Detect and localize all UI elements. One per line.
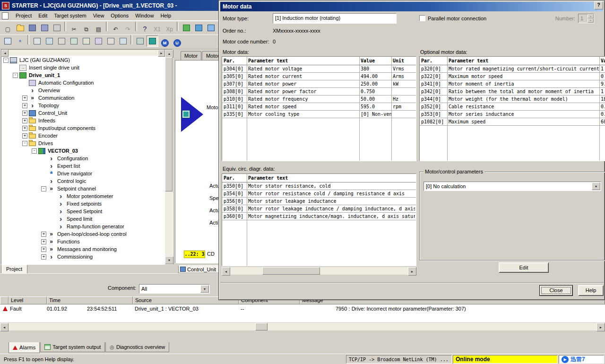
control-logic-icon[interactable]: [56, 35, 68, 47]
param-row[interactable]: p342[0]Ratio between the total and motor…: [420, 88, 605, 95]
param-row[interactable]: p335[0]Motor cooling type[0] Non-ven: [222, 111, 416, 118]
tree-horizontal-scrollbar[interactable]: ◄ ►: [1, 50, 165, 56]
tab-control-unit[interactable]: Control_Unit: [178, 265, 221, 273]
alarms-horizontal-scrollbar[interactable]: ◄ ►: [0, 323, 605, 330]
snapshot-icon[interactable]: [117, 35, 129, 47]
tree-item[interactable]: Expert list: [1, 162, 165, 170]
param-row[interactable]: p350[0]Motor stator resistance, cold: [222, 182, 416, 190]
tree-item[interactable]: +Functions: [1, 238, 165, 245]
drive-optimization-icon[interactable]: U: [171, 37, 183, 49]
tree-item[interactable]: -Setpoint channel: [1, 185, 165, 192]
alarm-column-header-time[interactable]: Time: [47, 296, 133, 304]
tree-item[interactable]: Automatic Configuration: [1, 79, 165, 87]
scroll-right-icon[interactable]: ►: [596, 323, 605, 331]
expert-list-icon[interactable]: [2, 35, 14, 47]
context-help-icon[interactable]: ?: [139, 23, 151, 35]
menu-item-view[interactable]: View: [90, 13, 108, 18]
scroll-right-icon[interactable]: ►: [408, 267, 416, 276]
param-row[interactable]: p320[0]Motor rated magnetizing current/s…: [420, 65, 605, 73]
param-row[interactable]: p310[0]Rated motor frequency50.00Hz: [222, 95, 416, 103]
tree-item[interactable]: Configuration: [1, 155, 165, 162]
tree-item[interactable]: +Control_Unit: [1, 109, 165, 117]
tab-alarms[interactable]: Alarms: [9, 342, 40, 353]
tree-expand-plus-icon[interactable]: +: [41, 254, 46, 260]
tree-expand-minus-icon[interactable]: -: [32, 148, 37, 154]
equiv-circuit-table[interactable]: Par.Parameter textp350[0]Motor stator re…: [222, 173, 416, 266]
commissioning-icon[interactable]: [147, 35, 158, 47]
equiv-horizontal-scrollbar[interactable]: ◄ ►: [222, 267, 416, 275]
tab-target-system-output[interactable]: Target system output: [40, 342, 105, 352]
tree-item[interactable]: +Input/output components: [1, 124, 165, 132]
xp-icon[interactable]: Xp: [164, 24, 175, 35]
tree-scrollbar-thumb[interactable]: [165, 57, 173, 191]
motor-module-icon[interactable]: [182, 110, 190, 118]
param-row[interactable]: p308[0]Rated motor power factor0.750: [222, 88, 416, 95]
dialog-help-icon[interactable]: ?: [594, 1, 603, 9]
tree-item[interactable]: Insert single drive unit: [1, 64, 165, 71]
help-button[interactable]: Help: [578, 285, 604, 296]
measuring-function-icon[interactable]: [80, 35, 92, 47]
param-row[interactable]: p352[0]Cable resistance0.: [420, 103, 605, 111]
param-row[interactable]: p1082[0]Maximum speed60: [420, 118, 605, 126]
motor-control-panel-icon[interactable]: M: [159, 37, 171, 49]
tree-item[interactable]: Speed limit: [1, 215, 165, 223]
tree-item[interactable]: +Messages and monitoring: [1, 245, 165, 253]
tree-item[interactable]: Speed Setpoint: [1, 208, 165, 215]
param-row[interactable]: p344[0]Motor weight (for the thermal mot…: [420, 95, 605, 103]
tree-expand-plus-icon[interactable]: +: [22, 133, 27, 139]
tree-expand-plus-icon[interactable]: +: [41, 247, 46, 252]
tree-item[interactable]: -VECTOR_03: [1, 147, 165, 155]
dialog-titlebar[interactable]: Motor data: [220, 2, 603, 11]
paste-icon[interactable]: ▤: [93, 24, 104, 35]
tree-expand-plus-icon[interactable]: +: [22, 126, 27, 131]
number-spinner[interactable]: 1 ▲▼: [578, 14, 594, 23]
equiv-scrollbar-thumb[interactable]: [262, 267, 320, 275]
motor-type-field[interactable]: [1] Induction motor (rotating): [273, 13, 397, 24]
param-row[interactable]: p311[0]Rated motor speed595.0rpm: [222, 103, 416, 111]
project-tab[interactable]: Project: [1, 265, 27, 274]
upload-project-icon[interactable]: [205, 22, 217, 34]
tree-item[interactable]: +Commissioning: [1, 253, 165, 260]
parallel-motor-checkbox[interactable]: [419, 15, 425, 21]
tree-expand-plus-icon[interactable]: +: [41, 239, 46, 244]
alarm-row[interactable]: Fault01.01.9223:54:52:511Drive_unit_1 : …: [0, 304, 605, 313]
spin-down-icon[interactable]: ▼: [588, 18, 594, 23]
tree-expand-plus-icon[interactable]: +: [22, 103, 27, 108]
setpoint-channel-icon[interactable]: [43, 35, 55, 47]
tree-expand-minus-icon[interactable]: -: [22, 141, 27, 146]
menu-item-target-system[interactable]: Target system: [51, 13, 89, 18]
menu-item-edit[interactable]: Edit: [35, 13, 51, 18]
menu-item-project[interactable]: Project: [12, 13, 35, 18]
tree-expand-plus-icon[interactable]: +: [22, 95, 27, 101]
close-button[interactable]: Close: [539, 285, 573, 296]
scroll-down-icon[interactable]: ▼: [165, 256, 173, 264]
trace-function-icon[interactable]: [68, 35, 80, 47]
menu-item-help[interactable]: Help: [157, 13, 174, 18]
tree-expand-minus-icon[interactable]: -: [3, 58, 9, 63]
param-row[interactable]: p307[0]Rated motor power250.00kW: [222, 80, 416, 88]
spinner-arrows[interactable]: ▲▼: [588, 14, 594, 23]
tree-item[interactable]: +Topology: [1, 102, 165, 109]
download-project-icon[interactable]: [193, 22, 205, 34]
copy-icon[interactable]: ⧉: [80, 24, 92, 35]
tree-item[interactable]: -Drive_unit_1: [1, 71, 165, 79]
tree-item[interactable]: Drive navigator: [1, 170, 165, 177]
param-row[interactable]: p305[0]Rated motor current494.00Arms: [222, 73, 416, 80]
save-icon[interactable]: [26, 22, 38, 34]
optional-motor-data-table[interactable]: Par.Parameter textValuep320[0]Motor rate…: [419, 56, 605, 161]
param-row[interactable]: p322[0]Maximum motor speed0: [420, 73, 605, 80]
tree-item[interactable]: -Drives: [1, 139, 165, 147]
device-configuration-icon[interactable]: [134, 35, 146, 47]
scroll-left-icon[interactable]: ◄: [0, 323, 9, 331]
param-row[interactable]: p358[0]Motor rotor leakage inductance / …: [222, 205, 416, 213]
print-icon[interactable]: [51, 22, 63, 34]
tree-vertical-scrollbar[interactable]: ▲ ▼: [165, 50, 173, 264]
scroll-left-icon[interactable]: ◄: [222, 267, 230, 276]
menu-item-window[interactable]: Window: [132, 13, 157, 18]
tab-motor[interactable]: Motor: [181, 51, 201, 61]
save-compile-icon[interactable]: [39, 22, 51, 34]
scroll-up-icon[interactable]: ▲: [165, 50, 173, 58]
x1-icon[interactable]: X1: [151, 24, 163, 35]
tree-item[interactable]: -LJC (GAI GUZHANG): [1, 56, 165, 64]
edit-button[interactable]: Edit: [499, 262, 549, 273]
